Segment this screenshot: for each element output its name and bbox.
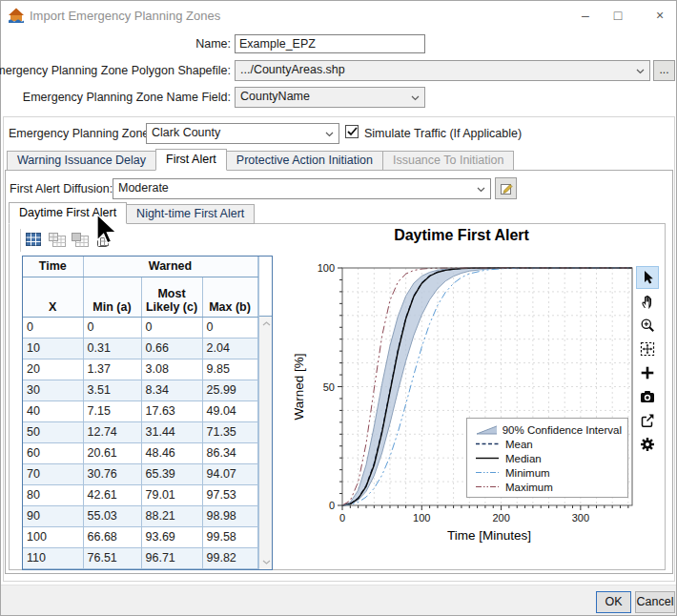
svg-text:50: 50 [323, 381, 335, 393]
title-bar[interactable]: Import Emergency Planning Zones – □ × [1, 1, 676, 30]
crosshair-plus-icon[interactable] [636, 361, 659, 384]
table-cell[interactable]: 55.03 [83, 505, 141, 526]
table-cell[interactable]: 100 [23, 526, 83, 547]
table-grid-icon[interactable] [26, 233, 45, 250]
warned-grid: Time Warned X Min (a) Most Likely (c) Ma… [23, 257, 258, 569]
table-cell[interactable]: 3.51 [83, 380, 141, 400]
table-cell[interactable]: 9.85 [202, 359, 257, 380]
chart-title: Daytime First Alert [287, 227, 636, 250]
table-cell[interactable]: 0 [83, 317, 141, 338]
table-scrollbar[interactable] [258, 257, 272, 569]
epz-label: Emergency Planning Zone: [9, 127, 153, 140]
simulate-traffic-label: Simulate Traffic (If Applicable) [364, 127, 522, 140]
fit-extents-icon[interactable] [636, 338, 659, 360]
table-cell[interactable]: 99.82 [202, 547, 257, 568]
chevron-down-icon [636, 69, 645, 74]
simulate-traffic-checkbox[interactable] [345, 125, 359, 138]
zoom-in-icon[interactable] [636, 314, 659, 337]
warned-table-body: 0000100.310.662.04201.373.089.85303.518.… [23, 317, 257, 569]
table-cell[interactable]: 17.63 [141, 400, 202, 421]
table-cell[interactable]: 93.69 [141, 526, 202, 547]
svg-text:100: 100 [318, 262, 335, 274]
settings-gear-icon[interactable] [636, 433, 659, 456]
browse-button[interactable]: ... [653, 60, 675, 81]
tab-first-alert[interactable]: First Alert [155, 149, 227, 171]
export-icon[interactable] [636, 409, 659, 432]
table-cell[interactable]: 99.58 [202, 526, 257, 547]
table-cell[interactable]: 70 [23, 463, 83, 484]
table-cell[interactable]: 8.34 [141, 380, 202, 400]
table-cell[interactable]: 50 [23, 421, 83, 442]
table-cell[interactable]: 48.46 [141, 442, 202, 463]
median-line-icon [475, 452, 500, 464]
table-cell[interactable]: 88.21 [141, 505, 202, 526]
ci-swatch-icon [475, 423, 497, 436]
tab-protective-action-initiation[interactable]: Protective Action Initiation [226, 151, 383, 171]
epz-combobox[interactable]: Clark County [146, 123, 339, 144]
edit-diffusion-button[interactable] [495, 177, 517, 199]
table-cell[interactable]: 65.39 [141, 463, 202, 484]
table-cell[interactable]: 0 [23, 317, 83, 338]
table-cell[interactable]: 7.15 [83, 400, 141, 421]
group-header-warned: Warned [83, 257, 257, 277]
table-cell[interactable]: 86.34 [202, 442, 257, 463]
chevron-down-icon [477, 187, 485, 193]
table-cell[interactable]: 2.04 [202, 338, 257, 359]
table-cell[interactable]: 49.04 [202, 400, 257, 421]
table-cell[interactable]: 20.61 [83, 442, 141, 463]
shapefile-combobox[interactable]: .../CountyAreas.shp [235, 60, 650, 81]
name-field-combobox[interactable]: CountyName [235, 87, 425, 108]
name-input[interactable]: Example_EPZ [235, 34, 425, 53]
table-cell[interactable]: 71.35 [202, 421, 257, 442]
table-cell[interactable]: 20 [23, 359, 83, 380]
table-cell[interactable]: 97.53 [202, 484, 257, 505]
table-cell[interactable]: 66.68 [83, 526, 141, 547]
table-cell[interactable]: 40 [23, 400, 83, 421]
footer-bar [1, 585, 676, 615]
tab-warning-issuance-delay[interactable]: Warning Issuance Delay [7, 151, 156, 171]
table-cell[interactable]: 42.61 [83, 484, 141, 505]
table-cell[interactable]: 30.76 [83, 463, 141, 484]
scroll-down-icon[interactable] [259, 555, 274, 569]
table-cell[interactable]: 0.31 [83, 338, 141, 359]
table-cell[interactable]: 98.98 [202, 505, 257, 526]
table-cell[interactable]: 60 [23, 442, 83, 463]
table-cell[interactable]: 79.01 [141, 484, 202, 505]
table-row: 8042.6179.0197.53 [23, 484, 257, 505]
mouse-cursor-icon [96, 214, 118, 245]
table-cell[interactable]: 76.51 [83, 547, 141, 568]
diffusion-combobox[interactable]: Moderate [113, 178, 491, 199]
subtab-nighttime-first-alert[interactable]: Night-time First Alert [126, 204, 255, 224]
table-cell[interactable]: 30 [23, 380, 83, 400]
maximize-icon[interactable]: □ [602, 1, 634, 30]
scroll-up-icon[interactable] [259, 317, 274, 331]
table-cell[interactable]: 0 [202, 317, 257, 338]
table-cell[interactable]: 31.44 [141, 421, 202, 442]
pointer-icon[interactable] [636, 266, 659, 289]
close-icon[interactable]: × [644, 1, 676, 30]
scrollbar-track[interactable] [259, 317, 272, 569]
table-cell[interactable]: 10 [23, 338, 83, 359]
table-row: 6020.6148.4686.34 [23, 442, 257, 463]
cancel-button[interactable]: Cancel [635, 591, 675, 613]
main-tabstrip: Warning Issuance Delay First Alert Prote… [7, 149, 513, 171]
window-title: Import Emergency Planning Zones [30, 9, 220, 23]
table-cell[interactable]: 96.71 [141, 547, 202, 568]
warned-table: Time Warned X Min (a) Most Likely (c) Ma… [22, 256, 273, 570]
table-cell[interactable]: 3.08 [141, 359, 202, 380]
table-cell[interactable]: 90 [23, 505, 83, 526]
table-cell[interactable]: 0.66 [141, 338, 202, 359]
pan-hand-icon[interactable] [636, 290, 659, 313]
table-cell[interactable]: 80 [23, 484, 83, 505]
table-cell[interactable]: 25.99 [202, 380, 257, 400]
table-cell[interactable]: 12.74 [83, 421, 141, 442]
table-cell[interactable]: 0 [141, 317, 202, 338]
minimize-icon[interactable]: – [569, 1, 602, 30]
table-cell[interactable]: 1.37 [83, 359, 141, 380]
camera-icon[interactable] [636, 385, 659, 408]
y-axis-label: Warned [%] [292, 301, 306, 473]
table-cell[interactable]: 94.07 [202, 463, 257, 484]
table-cell[interactable]: 110 [23, 547, 83, 568]
ok-button[interactable]: OK [596, 591, 631, 613]
insert-table-icon [49, 233, 68, 250]
